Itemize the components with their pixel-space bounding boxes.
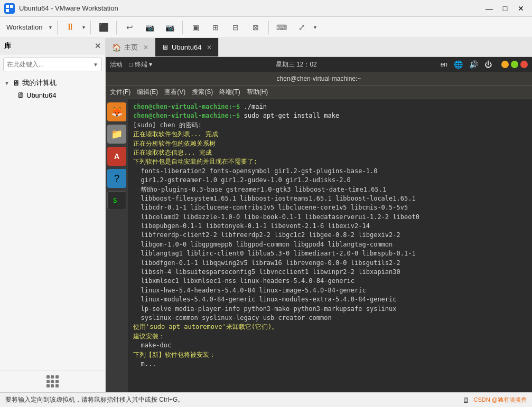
ubuntu-maximize-btn[interactable] bbox=[511, 61, 518, 68]
tab-ubuntu64-close[interactable]: ✕ bbox=[207, 44, 212, 51]
status-right: 🖥 CSDN @独有淡淡香 bbox=[462, 396, 527, 404]
software-center-icon[interactable]: A bbox=[107, 147, 126, 166]
expand-icon: ▼ bbox=[4, 80, 13, 86]
tab-bar: 🏠 主页 ✕ 🖥 Ubuntu64 ✕ bbox=[106, 38, 532, 57]
window-controls: — □ ✕ bbox=[482, 3, 528, 14]
ubuntu-menu-edit[interactable]: 编辑(E) bbox=[137, 88, 158, 97]
separator-1 bbox=[57, 21, 58, 34]
ubuntu-menu-view[interactable]: 查看(V) bbox=[164, 88, 185, 97]
computer-icon: 🖥 bbox=[13, 79, 20, 87]
sidebar-close-button[interactable]: ✕ bbox=[95, 42, 101, 50]
pause-group[interactable]: ⏸ ▼ bbox=[61, 20, 87, 35]
home-tab-icon: 🏠 bbox=[112, 43, 121, 52]
tab-ubuntu64[interactable]: 🖥 Ubuntu64 ✕ bbox=[155, 38, 219, 56]
terminal-button[interactable]: ⌨ bbox=[272, 20, 291, 35]
vm-settings-button[interactable]: ⬛ bbox=[94, 20, 113, 35]
close-button[interactable]: ✕ bbox=[514, 3, 528, 14]
minimize-button[interactable]: — bbox=[482, 3, 496, 14]
sidebar: 库 ✕ ▼ ▼ 🖥 我的计算机 🖥 Ubuntu64 bbox=[0, 38, 106, 392]
ubuntu-terminal-menu[interactable]: □ 终端 ▾ bbox=[129, 60, 152, 69]
csdn-label: CSDN @独有淡淡香 bbox=[474, 396, 527, 404]
ubuntu-minimize-btn[interactable] bbox=[501, 61, 509, 68]
ubuntu64-label: Ubuntu64 bbox=[26, 91, 56, 99]
sidebar-tree: ▼ 🖥 我的计算机 🖥 Ubuntu64 bbox=[0, 74, 105, 371]
ubuntu-activities[interactable]: 活动 bbox=[110, 60, 123, 69]
vm-display[interactable]: 活动 □ 终端 ▾ 星期三 12：02 en 🌐 🔊 ⏻ chen@chen-v… bbox=[106, 57, 532, 392]
separator-5 bbox=[268, 21, 269, 34]
mycomputer-label: 我的计算机 bbox=[22, 78, 57, 88]
menu-bar: Workstation ▼ ⏸ ▼ ⬛ ↩ 📷 📷 ▣ ⊞ ⊟ ⊠ ⌨ ⤢ ▼ bbox=[0, 17, 532, 38]
ubuntu-menu-help[interactable]: 帮助(H) bbox=[247, 88, 268, 97]
terminal-content[interactable]: chen@chen-virtual-machine:~$ ./main chen… bbox=[128, 99, 532, 392]
content-area: 🏠 主页 ✕ 🖥 Ubuntu64 ✕ 活动 □ 终端 ▾ 星期三 12：02 … bbox=[106, 38, 532, 392]
vm-app-dock: 🦊 📁 A ? $_ bbox=[106, 99, 128, 392]
ubuntu-topbar: 活动 □ 终端 ▾ 星期三 12：02 en 🌐 🔊 ⏻ bbox=[106, 57, 532, 72]
firefox-icon[interactable]: 🦊 bbox=[107, 102, 126, 121]
fullscreen-arrow[interactable]: ▼ bbox=[311, 20, 319, 35]
fullscreen-group[interactable]: ⤢ ▼ bbox=[292, 20, 319, 35]
search-dropdown-icon[interactable]: ▼ bbox=[93, 62, 98, 68]
ubuntu-close-btn[interactable] bbox=[520, 61, 528, 68]
sidebar-item-ubuntu64[interactable]: 🖥 Ubuntu64 bbox=[0, 89, 105, 101]
network-status-icon: 🖥 bbox=[462, 396, 470, 404]
sidebar-item-mycomputer[interactable]: ▼ 🖥 我的计算机 bbox=[0, 77, 105, 89]
separator-4 bbox=[182, 21, 183, 34]
fullscreen-button[interactable]: ⤢ bbox=[292, 20, 311, 35]
workstation-arrow[interactable]: ▼ bbox=[46, 20, 54, 35]
sidebar-search-container[interactable]: ▼ bbox=[3, 58, 102, 71]
ubuntu-hostname: chen@chen-virtual-machine:~ bbox=[277, 75, 361, 82]
workstation-label[interactable]: Workstation bbox=[2, 20, 46, 35]
pause-arrow[interactable]: ▼ bbox=[80, 20, 87, 35]
ubuntu-window-title-bar: chen@chen-virtual-machine:~ bbox=[106, 72, 532, 86]
terminal-app-icon[interactable]: $_ bbox=[107, 191, 126, 210]
ubuntu-power-icon[interactable]: ⏻ bbox=[484, 60, 492, 69]
pause-button[interactable]: ⏸ bbox=[61, 20, 80, 35]
separator-3 bbox=[116, 21, 117, 34]
svg-rect-0 bbox=[4, 3, 15, 14]
tab-home-label: 主页 bbox=[124, 43, 138, 52]
help-icon[interactable]: ? bbox=[107, 169, 126, 188]
tab-home[interactable]: 🏠 主页 ✕ bbox=[106, 38, 155, 56]
snapshot3-button[interactable]: 📷 bbox=[160, 20, 179, 35]
vm-icon: 🖥 bbox=[17, 91, 24, 99]
sidebar-header: 库 ✕ bbox=[0, 38, 105, 54]
ubuntu-menubar: 文件(F) 编辑(E) 查看(V) 搜索(S) 终端(T) 帮助(H) bbox=[106, 86, 532, 99]
sidebar-bottom bbox=[0, 371, 105, 392]
ubuntu-network-icon: 🌐 bbox=[454, 60, 463, 69]
tab-ubuntu64-label: Ubuntu64 bbox=[172, 43, 201, 51]
ubuntu-datetime: 星期三 12：02 bbox=[276, 60, 317, 69]
files-icon[interactable]: 📁 bbox=[107, 125, 126, 144]
main-layout: 库 ✕ ▼ ▼ 🖥 我的计算机 🖥 Ubuntu64 bbox=[0, 38, 532, 392]
tab-home-close[interactable]: ✕ bbox=[143, 44, 148, 51]
view4-button[interactable]: ⊠ bbox=[246, 20, 265, 35]
view3-button[interactable]: ⊟ bbox=[226, 20, 245, 35]
svg-rect-1 bbox=[6, 5, 9, 8]
vm-wrapper: 🦊 📁 A ? $_ chen@chen-virtual-machine:~$ … bbox=[106, 99, 532, 392]
status-text: 要将输入定向到该虚拟机，请将鼠标指针移入其中或按 Ctrl+G。 bbox=[5, 395, 184, 404]
ubuntu-menu-search[interactable]: 搜索(S) bbox=[192, 88, 213, 97]
ubuntu-window-controls bbox=[501, 61, 528, 68]
title-bar: Ubuntu64 - VMware Workstation — □ ✕ bbox=[0, 0, 532, 17]
snapshot2-button[interactable]: 📷 bbox=[140, 20, 159, 35]
maximize-button[interactable]: □ bbox=[498, 3, 512, 14]
svg-rect-3 bbox=[6, 9, 9, 12]
grid-apps-icon[interactable] bbox=[46, 375, 59, 388]
sidebar-search-input[interactable] bbox=[7, 61, 91, 68]
sidebar-title: 库 bbox=[4, 41, 11, 51]
ubuntu-menu-terminal[interactable]: 终端(T) bbox=[219, 88, 240, 97]
snapshot-button[interactable]: ↩ bbox=[120, 20, 139, 35]
ubuntu-lang: en bbox=[441, 61, 447, 68]
workstation-menu[interactable]: Workstation ▼ bbox=[2, 20, 54, 35]
svg-rect-2 bbox=[10, 5, 13, 8]
status-bar: 要将输入定向到该虚拟机，请将鼠标指针移入其中或按 Ctrl+G。 🖥 CSDN … bbox=[0, 392, 532, 407]
ubuntu-volume-icon: 🔊 bbox=[469, 60, 478, 69]
view2-button[interactable]: ⊞ bbox=[206, 20, 225, 35]
ubuntu-menu-file[interactable]: 文件(F) bbox=[110, 88, 130, 97]
view1-button[interactable]: ▣ bbox=[186, 20, 205, 35]
window-title: Ubuntu64 - VMware Workstation bbox=[19, 4, 482, 12]
separator-2 bbox=[90, 21, 91, 34]
ubuntu-tab-icon: 🖥 bbox=[162, 43, 169, 51]
vmware-icon bbox=[4, 3, 15, 14]
